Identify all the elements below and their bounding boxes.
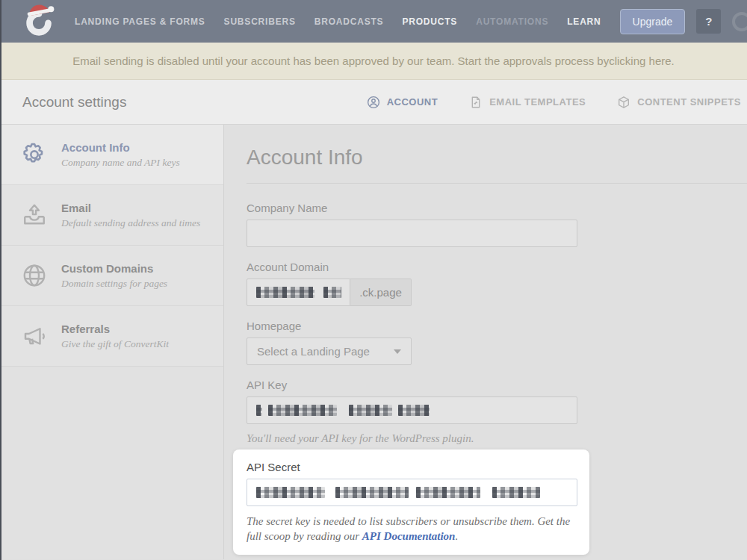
gear-icon xyxy=(21,141,48,168)
nav-subscribers[interactable]: SUBSCRIBERS xyxy=(224,16,296,27)
sidebar-email-subtitle: Default sending address and times xyxy=(61,217,200,229)
sidebar-account-info-title: Account Info xyxy=(61,141,180,154)
sidebar-item-text: Email Default sending address and times xyxy=(61,202,200,229)
cube-icon xyxy=(617,96,630,109)
megaphone-icon xyxy=(21,323,48,349)
help-button[interactable]: ? xyxy=(696,9,721,34)
person-circle-icon xyxy=(367,96,380,109)
tab-account[interactable]: ACCOUNT xyxy=(367,96,438,109)
redacted-api-key-value xyxy=(256,405,430,416)
api-secret-helper-period: . xyxy=(455,530,458,542)
settings-body: Account Info Company name and API keys E… xyxy=(0,125,747,559)
outbox-icon xyxy=(21,202,48,228)
email-disabled-banner: Email sending is disabled until your acc… xyxy=(0,43,747,80)
nav-right-cluster: Upgrade ? xyxy=(620,9,747,34)
sidebar-item-text: Custom Domains Domain settings for pages xyxy=(61,262,167,290)
api-secret-input[interactable] xyxy=(247,479,577,506)
top-nav: LANDING PAGES & FORMS SUBSCRIBERS BROADC… xyxy=(0,0,747,43)
sidebar-custom-domains-subtitle: Domain settings for pages xyxy=(61,278,167,290)
convertkit-santa-logo-icon[interactable] xyxy=(22,1,57,41)
document-icon xyxy=(469,96,483,109)
section-title: Account Info xyxy=(247,146,747,169)
api-secret-label: API Secret xyxy=(247,461,577,473)
domain-suffix-addon: .ck.page xyxy=(350,279,412,306)
nav-broadcasts[interactable]: BROADCASTS xyxy=(314,16,384,27)
tab-account-label: ACCOUNT xyxy=(387,96,438,108)
notification-ring-icon[interactable] xyxy=(732,12,747,31)
company-name-input[interactable] xyxy=(247,220,577,247)
settings-sidebar: Account Info Company name and API keys E… xyxy=(0,125,224,559)
nav-landing-pages-forms[interactable]: LANDING PAGES & FORMS xyxy=(75,16,205,27)
tab-email-templates-label: EMAIL TEMPLATES xyxy=(489,96,586,108)
account-domain-group: .ck.page xyxy=(247,279,747,306)
select-caret-icon xyxy=(394,349,401,354)
convertkit-account-settings-page: LANDING PAGES & FORMS SUBSCRIBERS BROADC… xyxy=(0,0,747,560)
homepage-select-value: Select a Landing Page xyxy=(257,345,370,358)
upgrade-button[interactable]: Upgrade xyxy=(620,9,686,34)
sidebar-custom-domains-title: Custom Domains xyxy=(61,262,167,275)
api-key-helper: You'll need your API key for the WordPre… xyxy=(247,432,747,445)
sidebar-item-text: Account Info Company name and API keys xyxy=(61,141,180,169)
screen-left-edge xyxy=(0,0,1,560)
account-info-panel: Account Info Company Name Account Domain… xyxy=(224,125,747,559)
sidebar-item-custom-domains[interactable]: Custom Domains Domain settings for pages xyxy=(1,246,223,306)
api-key-input[interactable] xyxy=(247,396,577,424)
redacted-api-secret-value xyxy=(256,487,540,498)
api-documentation-link[interactable]: API Documentation xyxy=(362,530,456,542)
nav-automations[interactable]: AUTOMATIONS xyxy=(476,16,548,27)
page-title: Account settings xyxy=(22,94,126,111)
section-divider xyxy=(247,183,747,184)
sidebar-item-text: Referrals Give the gift of ConvertKit xyxy=(61,323,169,350)
nav-learn[interactable]: LEARN xyxy=(567,16,601,27)
sidebar-item-referrals[interactable]: Referrals Give the gift of ConvertKit xyxy=(1,306,223,367)
sidebar-account-info-subtitle: Company name and API keys xyxy=(61,157,180,169)
sidebar-referrals-subtitle: Give the gift of ConvertKit xyxy=(61,338,169,350)
settings-tabs: ACCOUNT EMAIL TEMPLATES CONTENT SNIPPETS xyxy=(367,96,741,109)
tab-content-snippets-label: CONTENT SNIPPETS xyxy=(637,96,741,108)
globe-icon xyxy=(21,262,48,289)
api-secret-helper: The secret key is needed to list subscri… xyxy=(247,514,576,544)
sidebar-item-email[interactable]: Email Default sending address and times xyxy=(1,185,223,246)
sidebar-referrals-title: Referrals xyxy=(61,323,169,335)
account-domain-input[interactable] xyxy=(247,279,350,306)
redacted-domain-value xyxy=(256,287,341,298)
nav-products[interactable]: PRODUCTS xyxy=(402,16,457,27)
company-name-label: Company Name xyxy=(247,202,747,214)
account-domain-label: Account Domain xyxy=(247,261,747,273)
sidebar-item-account-info[interactable]: Account Info Company name and API keys xyxy=(1,125,223,185)
tab-content-snippets[interactable]: CONTENT SNIPPETS xyxy=(617,96,741,109)
banner-text: Email sending is disabled until your acc… xyxy=(72,55,609,67)
api-secret-card: API Secret The secret key is needed to l… xyxy=(233,449,589,555)
homepage-select[interactable]: Select a Landing Page xyxy=(247,337,412,365)
settings-header: Account settings ACCOUNT EMAIL TEMPLATES xyxy=(0,80,747,125)
sidebar-email-title: Email xyxy=(61,202,200,214)
homepage-label: Homepage xyxy=(247,320,747,332)
tab-email-templates[interactable]: EMAIL TEMPLATES xyxy=(469,96,586,109)
api-key-label: API Key xyxy=(247,379,747,391)
banner-clicking-here-link[interactable]: clicking here. xyxy=(609,55,675,67)
